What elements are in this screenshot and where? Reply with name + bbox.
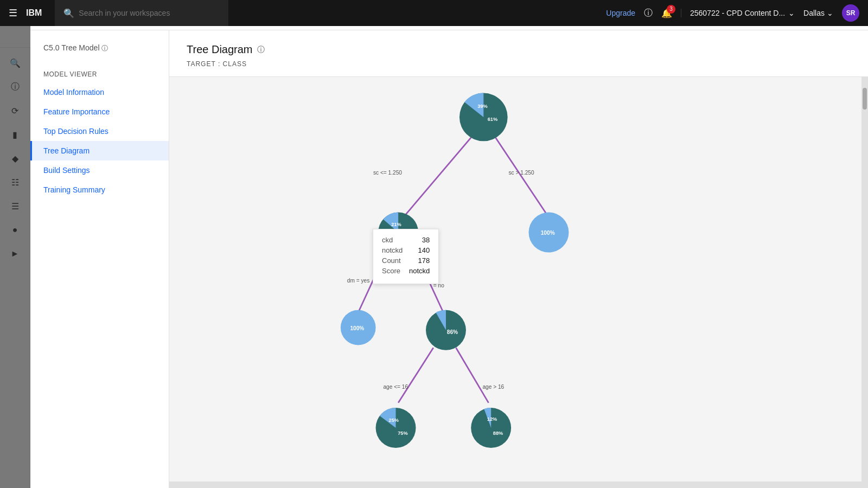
chevron-down-icon2: ⌄ xyxy=(827,9,833,17)
location-selector[interactable]: Dallas ⌄ xyxy=(803,9,833,17)
menu-icon[interactable]: ☰ xyxy=(9,7,17,19)
svg-text:39%: 39% xyxy=(477,104,487,109)
svg-text:age <= 16: age <= 16 xyxy=(383,384,408,390)
nav-top-decision-rules[interactable]: Top Decision Rules xyxy=(30,121,169,141)
svg-line-4 xyxy=(398,348,433,403)
nav-feature-importance[interactable]: Feature Importance xyxy=(30,102,169,121)
svg-text:sc <= 1.250: sc <= 1.250 xyxy=(373,170,402,176)
upgrade-button[interactable]: Upgrade xyxy=(606,9,635,17)
workspace-label: 2560722 - CPD Content D... xyxy=(690,9,785,17)
location-label: Dallas xyxy=(803,9,825,17)
modal-body: C5.0 Tree Model ⓘ MODEL VIEWER Model Inf… xyxy=(30,30,868,488)
navbar-right: Upgrade ⓘ 🔔 3 2560722 - CPD Content D...… xyxy=(606,4,859,22)
svg-text:12%: 12% xyxy=(487,416,497,422)
modal-overlay: View Model: class × C5.0 Tree Model ⓘ MO… xyxy=(0,0,868,488)
content-area: Tree Diagram ⓘ TARGET : CLASS xyxy=(169,30,868,488)
tooltip-ckd-row: ckd 38 xyxy=(382,236,430,244)
svg-text:sc > 1.250: sc > 1.250 xyxy=(509,170,534,176)
tooltip-count-value: 178 xyxy=(418,256,430,265)
node-tooltip: ckd 38 notckd 140 Count 178 Score xyxy=(373,229,439,284)
notification-badge: 3 xyxy=(667,5,675,14)
svg-line-1 xyxy=(494,134,549,217)
nav-training-summary[interactable]: Training Summary xyxy=(30,180,169,200)
modal: View Model: class × C5.0 Tree Model ⓘ MO… xyxy=(30,0,868,488)
scrollbar-right[interactable] xyxy=(861,77,868,488)
content-title: Tree Diagram ⓘ xyxy=(187,43,851,56)
target-label: TARGET : CLASS xyxy=(187,56,851,68)
nav-tree-diagram[interactable]: Tree Diagram xyxy=(30,141,169,160)
svg-text:dm = yes: dm = yes xyxy=(347,278,370,284)
tooltip-count-row: Count 178 xyxy=(382,256,430,265)
svg-text:88%: 88% xyxy=(493,431,503,436)
model-sidebar: C5.0 Tree Model ⓘ MODEL VIEWER Model Inf… xyxy=(30,30,169,488)
nav-build-settings[interactable]: Build Settings xyxy=(30,160,169,180)
nav-model-information[interactable]: Model Information xyxy=(30,82,169,102)
avatar[interactable]: SR xyxy=(842,4,859,22)
tooltip-score-label: Score xyxy=(382,267,400,275)
tooltip-notckd-label: notckd xyxy=(382,246,403,254)
svg-text:75%: 75% xyxy=(398,431,407,436)
navbar: ☰ IBM 🔍 Upgrade ⓘ 🔔 3 2560722 - CPD Cont… xyxy=(0,0,868,26)
content-header: Tree Diagram ⓘ TARGET : CLASS xyxy=(169,30,868,77)
tree-diagram-svg: sc <= 1.250 sc > 1.250 dm = yes = no age… xyxy=(169,77,868,488)
notification-icon[interactable]: 🔔 3 xyxy=(661,8,672,18)
svg-line-5 xyxy=(456,348,488,403)
tooltip-ckd-value: 38 xyxy=(422,236,430,244)
model-info-icon[interactable]: ⓘ xyxy=(101,44,108,52)
svg-text:25%: 25% xyxy=(389,418,399,423)
tree-area[interactable]: sc <= 1.250 sc > 1.250 dm = yes = no age… xyxy=(169,77,868,488)
search-icon: 🔍 xyxy=(63,8,74,18)
tooltip-count-label: Count xyxy=(382,256,401,265)
tooltip-ckd-label: ckd xyxy=(382,236,393,244)
scrollbar-bottom[interactable] xyxy=(169,481,861,488)
svg-text:age > 16: age > 16 xyxy=(482,384,504,390)
svg-text:100%: 100% xyxy=(541,230,555,236)
tooltip-notckd-row: notckd 140 xyxy=(382,246,430,254)
chevron-down-icon: ⌄ xyxy=(788,9,795,17)
search-input[interactable] xyxy=(79,9,220,17)
svg-point-27 xyxy=(471,408,511,448)
tooltip-score-value: notckd xyxy=(409,267,430,275)
svg-text:100%: 100% xyxy=(350,325,364,331)
section-label: MODEL VIEWER xyxy=(30,62,169,82)
svg-text:86%: 86% xyxy=(447,329,458,335)
workspace-selector[interactable]: 2560722 - CPD Content D... ⌄ xyxy=(681,9,795,17)
svg-text:21%: 21% xyxy=(391,222,401,227)
scroll-thumb-top[interactable] xyxy=(863,88,867,110)
tooltip-notckd-value: 140 xyxy=(418,246,430,254)
search-bar: 🔍 xyxy=(55,0,228,26)
tooltip-score-row: Score notckd xyxy=(382,267,430,275)
help-icon[interactable]: ⓘ xyxy=(644,8,653,19)
svg-line-0 xyxy=(403,134,473,217)
ibm-logo: IBM xyxy=(26,8,42,18)
svg-text:61%: 61% xyxy=(488,117,497,122)
model-sidebar-title: C5.0 Tree Model ⓘ xyxy=(30,43,169,62)
model-name-label: C5.0 Tree Model xyxy=(43,43,100,52)
title-info-icon[interactable]: ⓘ xyxy=(257,45,265,55)
